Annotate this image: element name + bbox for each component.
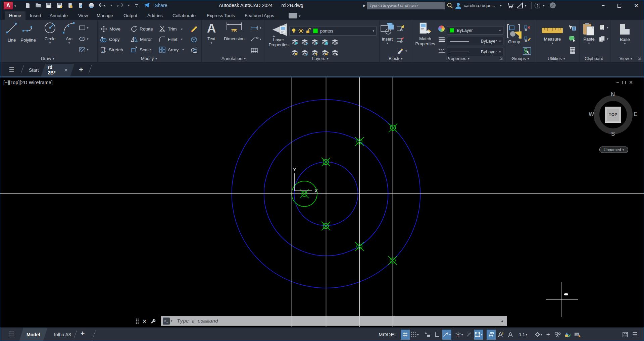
array-button[interactable]: Array ▾ bbox=[159, 47, 184, 53]
help-icon[interactable]: ? bbox=[535, 3, 540, 8]
command-line[interactable]: >_ ▾ Type a command ▲ bbox=[161, 316, 507, 326]
app-menu-caret-icon[interactable]: ▾ bbox=[14, 4, 16, 8]
view-panel-label[interactable]: View▾ bbox=[620, 55, 632, 62]
move-button[interactable]: Move bbox=[101, 26, 120, 32]
close-button[interactable]: ✕ bbox=[634, 2, 639, 9]
tab-collaborate[interactable]: Collaborate bbox=[168, 11, 200, 20]
lineweight-icon[interactable] bbox=[438, 37, 445, 42]
view-name-dropdown[interactable]: Unnamed ▾ bbox=[599, 147, 628, 153]
scale-caret-icon[interactable]: ▾ bbox=[526, 333, 528, 336]
redo-caret-icon[interactable]: ▾ bbox=[128, 4, 130, 7]
command-prompt-caret-icon[interactable]: ▾ bbox=[171, 319, 172, 323]
polar-tracking-toggle[interactable]: ▾ bbox=[442, 330, 451, 340]
groups-panel-label[interactable]: Groups▾ bbox=[511, 55, 529, 62]
arc-caret-icon[interactable]: ▾ bbox=[68, 41, 70, 45]
workspace-switching-button[interactable]: ▾ bbox=[534, 330, 543, 340]
layer-match-button[interactable] bbox=[332, 50, 338, 57]
snap-caret-icon[interactable]: ▾ bbox=[417, 333, 419, 336]
command-customize-wrench-icon[interactable] bbox=[150, 318, 156, 324]
copy-clip-button[interactable]: ▾ bbox=[599, 36, 608, 42]
array-caret-icon[interactable]: ▾ bbox=[182, 48, 184, 51]
app-menu-button[interactable]: A bbox=[4, 2, 13, 9]
search-input[interactable] bbox=[367, 2, 445, 9]
crosshair-size-button[interactable]: + bbox=[544, 330, 553, 340]
group-button[interactable]: Group bbox=[506, 24, 522, 44]
copy-button[interactable]: Copy bbox=[100, 36, 120, 43]
command-input[interactable]: Type a command bbox=[177, 318, 218, 324]
viewcube-top-face[interactable]: TOP bbox=[605, 107, 621, 123]
group-selection-toggle[interactable] bbox=[523, 47, 531, 55]
layer-isolate-button[interactable] bbox=[301, 39, 308, 46]
layer-lock-button[interactable] bbox=[321, 39, 328, 46]
tab-add-ins[interactable]: Add-ins bbox=[143, 11, 167, 20]
layer-on-bulb-icon[interactable] bbox=[292, 28, 296, 34]
infer-constraints-toggle[interactable] bbox=[423, 330, 432, 340]
tab-home[interactable]: Home bbox=[5, 11, 26, 20]
layer-color-swatch[interactable] bbox=[313, 29, 318, 33]
tab-output[interactable]: Output bbox=[119, 11, 142, 20]
autoscale-toggle[interactable] bbox=[496, 330, 505, 340]
quick-select-button[interactable] bbox=[568, 24, 576, 31]
ellipse-button[interactable]: ▾ bbox=[79, 36, 89, 42]
scale-button[interactable]: Scale bbox=[131, 47, 151, 53]
cart-icon[interactable] bbox=[507, 3, 514, 9]
file-tab-active[interactable]: rd 2B* ✕ bbox=[41, 64, 75, 76]
linear-dimension-button[interactable]: ▾ bbox=[250, 25, 261, 30]
erase-button[interactable] bbox=[190, 25, 198, 32]
dimension-button[interactable]: Dimension bbox=[221, 22, 247, 41]
isometric-drafting-toggle[interactable]: ▾ bbox=[455, 330, 464, 340]
ungroup-button[interactable] bbox=[524, 25, 531, 31]
base-caret-icon[interactable]: ▾ bbox=[624, 42, 626, 45]
annotation-visibility-toggle[interactable] bbox=[487, 330, 496, 340]
explode-button[interactable] bbox=[190, 36, 198, 43]
file-tab-close-icon[interactable]: ✕ bbox=[64, 67, 68, 73]
osnap-caret-icon[interactable]: ▾ bbox=[481, 333, 483, 336]
viewport-controls-label[interactable]: [−][Top][2D Wireframe] bbox=[3, 80, 53, 85]
properties-panel-label[interactable]: Properties▾ bbox=[446, 55, 469, 62]
annotation-scale-icon-button[interactable] bbox=[506, 330, 515, 340]
modify-panel-label[interactable]: Modify▾ bbox=[141, 55, 157, 62]
hatch-button[interactable]: ▾ bbox=[79, 47, 89, 53]
edit-block-button[interactable] bbox=[397, 37, 404, 43]
layer-unisolate-button[interactable] bbox=[301, 50, 308, 57]
save-icon[interactable] bbox=[46, 2, 52, 8]
measure-button[interactable]: Measure ▾ bbox=[539, 26, 565, 45]
autodesk-logo-icon[interactable] bbox=[517, 2, 523, 9]
tab-express-tools[interactable]: Express Tools bbox=[202, 11, 239, 20]
cut-button[interactable]: ▾ bbox=[599, 24, 608, 31]
layer-unlock-icon[interactable] bbox=[306, 28, 311, 34]
match-properties-button[interactable]: Match Properties bbox=[415, 22, 436, 46]
table-button[interactable] bbox=[251, 48, 258, 53]
measure-caret-icon[interactable]: ▾ bbox=[552, 42, 553, 45]
clean-screen-button[interactable] bbox=[621, 330, 630, 340]
tab-featured-apps[interactable]: Featured Apps bbox=[240, 11, 279, 20]
user-menu-caret-icon[interactable]: ▾ bbox=[500, 4, 502, 7]
signed-in-user[interactable]: carolina.roque... bbox=[464, 3, 495, 8]
object-snap-tracking-toggle[interactable] bbox=[464, 330, 474, 340]
model-space-tab[interactable]: Model bbox=[19, 328, 47, 341]
fillet-button[interactable]: Fillet ▾ bbox=[159, 36, 183, 42]
circle-caret-icon[interactable]: ▾ bbox=[49, 41, 51, 45]
circle-button[interactable]: Circle ▾ bbox=[40, 21, 60, 45]
new-layout-button[interactable]: + bbox=[81, 329, 85, 337]
tab-annotate[interactable]: Annotate bbox=[45, 11, 72, 20]
viewport-minimize-icon[interactable]: − bbox=[616, 80, 619, 85]
customize-qat-icon[interactable] bbox=[134, 3, 139, 8]
trim-caret-icon[interactable]: ▾ bbox=[181, 27, 183, 31]
layers-panel-label[interactable]: Layers▾ bbox=[312, 55, 329, 62]
layer-off-button[interactable] bbox=[291, 39, 298, 46]
viewport-close-icon[interactable]: ✕ bbox=[629, 80, 633, 85]
ribbon-options-button[interactable] bbox=[289, 13, 297, 18]
save-to-mobile-icon[interactable] bbox=[78, 2, 84, 8]
isolate-objects-button[interactable] bbox=[553, 330, 562, 340]
autodesk-caret-icon[interactable]: ▾ bbox=[525, 4, 527, 7]
utilities-panel-label[interactable]: Utilities▾ bbox=[548, 55, 565, 62]
new-file-icon[interactable] bbox=[25, 2, 31, 8]
model-indicator[interactable]: MODEL bbox=[379, 332, 397, 337]
layer-dropdown[interactable]: pontos ▾ bbox=[289, 26, 377, 36]
layer-freeze-button[interactable] bbox=[311, 39, 318, 46]
user-icon[interactable] bbox=[455, 2, 461, 9]
customize-status-bar-button[interactable]: ☰ bbox=[630, 330, 639, 340]
create-block-button[interactable] bbox=[397, 25, 404, 31]
fillet-caret-icon[interactable]: ▾ bbox=[181, 38, 183, 41]
